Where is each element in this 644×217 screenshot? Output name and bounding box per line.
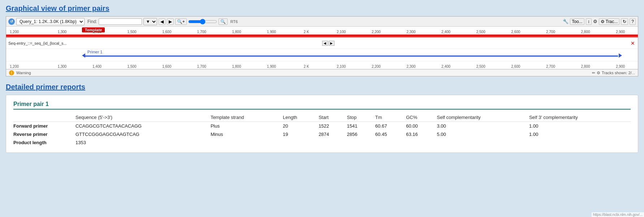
btick-1400: 1,400 (79, 65, 114, 68)
tick-1300: 1,300 (45, 30, 80, 34)
bottom-ruler: 1,200 1,300 1,400 1,500 1,600 1,700 1,80… (6, 61, 638, 69)
detailed-reports-title: Detailed primer reports (6, 83, 638, 91)
forward-primer-gc: 60.00 (406, 122, 437, 130)
forward-primer-row: Forward primer CCAGGCGTCACTAACACAGG Plus… (13, 122, 631, 130)
tick-2600: 2,600 (498, 30, 533, 34)
btick-2600: 2,600 (498, 65, 533, 68)
track-nav: ◀ ▶ (322, 41, 334, 46)
tick-1200: 1,200 (10, 30, 45, 34)
toolbar-right: 🔧 Too... ↕ ⚙ ⚙ Trac... ↻ ? (563, 18, 636, 25)
warning-text: Warning (16, 71, 31, 75)
btick-1900: 1,900 (254, 65, 289, 68)
tick-2400: 2,400 (428, 30, 463, 34)
primer-table: Sequence (5'->3') Template strand Length… (13, 113, 631, 147)
btick-2800: 2,800 (568, 65, 603, 68)
reverse-primer-length: 19 (283, 130, 319, 138)
btick-1700: 1,700 (184, 65, 219, 68)
col-header-sequence: Sequence (5'->3') (75, 113, 211, 122)
find-input[interactable] (99, 18, 142, 25)
col-header-tm: Tm (375, 113, 406, 122)
tick-2300: 2,300 (394, 30, 429, 34)
gear-icon-toolbar: ⚙ (593, 19, 597, 24)
col-header-selfcomp: Self complementarity (437, 113, 529, 122)
reports-container: Primer pair 1 Sequence (5'->3') Template… (6, 95, 638, 153)
reverse-primer-self3comp: 1.00 (529, 130, 631, 138)
tick-2k: 2 K (289, 30, 324, 34)
zoom-fit-btn[interactable]: 🔍 (219, 18, 228, 25)
product-length-row: Product length 1353 (13, 138, 631, 147)
tick-2900: 2,900 (603, 30, 638, 34)
help-btn[interactable]: ? (630, 18, 636, 25)
reverse-primer-strand: Minus (211, 130, 283, 138)
forward-primer-tm: 60.67 (375, 122, 406, 130)
zoom-in-btn[interactable]: 🔍+ (175, 18, 187, 25)
col-header-empty (13, 113, 75, 122)
tick-2800: 2,800 (568, 30, 603, 34)
marker-label: RT6 (230, 19, 238, 24)
tick-2200: 2,200 (359, 30, 394, 34)
primer1-arrow-right (619, 53, 622, 58)
btick-2k: 2 K (289, 65, 324, 68)
nav-back-btn[interactable]: ◀ (159, 18, 165, 25)
tick-1800: 1,800 (219, 30, 254, 34)
tick-2500: 2,500 (463, 30, 498, 34)
viewer-toolbar: ↺ Query_1: 1.2K..3.0K (1.8Kbp) Find: ▼ ◀… (6, 17, 638, 27)
col-header-length: Length (283, 113, 319, 122)
track-nav-left[interactable]: ◀ (322, 41, 328, 46)
btick-2700: 2,700 (533, 65, 568, 68)
tick-2100: 2,100 (324, 30, 359, 34)
tools-btn[interactable]: Too... (570, 18, 584, 25)
forward-primer-self3comp: 1.00 (529, 122, 631, 130)
find-label: Find: (87, 19, 97, 24)
tracks-shown-area: ✏ ⚙ Tracks shown: 2/... (592, 71, 635, 75)
reverse-primer-sequence: GTTCCGGGAGCGAAGTCAG (75, 130, 211, 138)
btick-2500: 2,500 (463, 65, 498, 68)
reverse-primer-stop: 2856 (347, 130, 375, 138)
reverse-primer-tm: 60.45 (375, 130, 406, 138)
col-header-stop: Stop (347, 113, 375, 122)
btick-2300: 2,300 (394, 65, 429, 68)
tick-1700: 1,700 (184, 30, 219, 34)
zoom-slider[interactable] (188, 19, 217, 25)
btick-2100: 2,100 (324, 65, 359, 68)
reverse-primer-selfcomp: 5.00 (437, 130, 529, 138)
seq-track-label: Seq-entry_::=_seq_{id_{local_s... (8, 41, 67, 45)
btick-2200: 2,200 (359, 65, 394, 68)
tick-1500: 1,500 (114, 30, 150, 34)
refresh-btn[interactable]: ↻ (621, 18, 628, 25)
forward-primer-label: Forward primer (13, 122, 75, 130)
forward-primer-length: 20 (283, 122, 319, 130)
track-nav-right[interactable]: ▶ (329, 41, 334, 46)
primer1-label: Primer 1 (87, 50, 103, 54)
nav-forward-btn[interactable]: ▶ (167, 18, 174, 25)
refresh-circle-icon[interactable]: ↺ (8, 18, 15, 25)
tick-2700: 2,700 (533, 30, 568, 34)
btick-1300: 1,300 (45, 65, 80, 68)
graphical-view-title: Graphical view of primer pairs (6, 4, 638, 13)
sort-btn[interactable]: ↕ (586, 18, 592, 25)
forward-primer-sequence: CCAGGCGTCACTAACACAGG (75, 122, 211, 130)
find-type-select[interactable]: ▼ (143, 18, 157, 25)
primer-pair-title: Primer pair 1 (13, 101, 631, 110)
tools-icon: 🔧 (563, 19, 569, 24)
status-bar: ! Warning ✏ ⚙ Tracks shown: 2/... (6, 69, 638, 76)
col-header-gc: GC% (406, 113, 437, 122)
forward-primer-selfcomp: 3.00 (437, 122, 529, 130)
col-header-strand: Template strand (211, 113, 283, 122)
warning-icon: ! (9, 70, 14, 75)
close-track-btn[interactable]: ✕ (631, 40, 635, 46)
col-header-start: Start (319, 113, 347, 122)
tracks-btn[interactable]: ⚙ Trac... (599, 18, 620, 25)
reverse-primer-start: 2874 (319, 130, 347, 138)
tick-1600: 1,600 (149, 30, 184, 34)
gear-icon-status: ⚙ (597, 71, 600, 75)
primer1-track: Primer 1 (6, 49, 638, 61)
graphical-viewer: ↺ Query_1: 1.2K..3.0K (1.8Kbp) Find: ▼ ◀… (6, 16, 638, 76)
query-select[interactable]: Query_1: 1.2K..3.0K (1.8Kbp) (16, 18, 85, 25)
template-badge: Template (82, 27, 105, 32)
btick-1800: 1,800 (219, 65, 254, 68)
btick-2400: 2,400 (428, 65, 463, 68)
tracks-shown-label: Tracks shown: 2/... (602, 71, 635, 75)
top-ruler: 1,200 1,300 1,400 1,500 1,600 1,700 1,80… (6, 27, 638, 35)
primer1-arrow-left (82, 53, 85, 58)
